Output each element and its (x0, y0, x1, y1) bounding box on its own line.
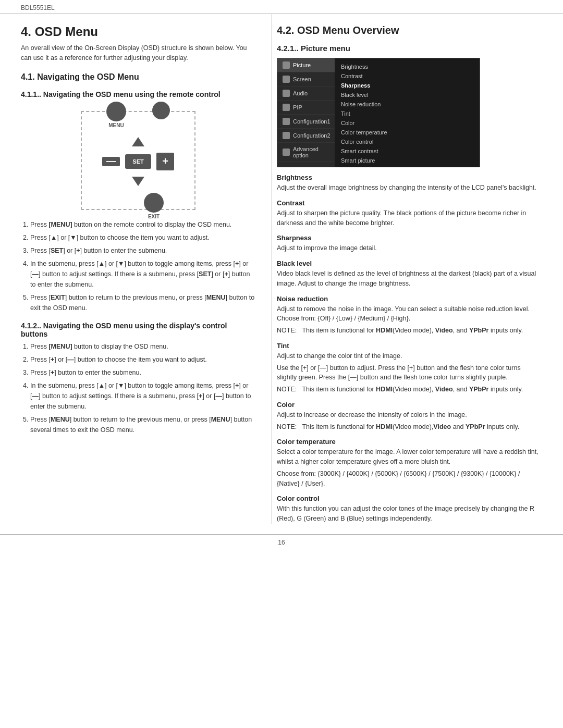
term-sharpness-heading: Sharpness (277, 234, 542, 242)
term-tint-heading: Tint (277, 342, 542, 350)
osd-right-panel: Brightness Contrast Sharpness Black leve… (335, 58, 480, 167)
term-color-control-heading: Color control (277, 495, 542, 502)
step-item: Press [MENU] button to display the OSD m… (30, 341, 255, 352)
set-label[interactable]: SET (125, 154, 151, 169)
term-color: Color Adjust to increase or decrease the… (277, 401, 542, 432)
plus-button[interactable]: + (156, 153, 174, 170)
term-noise-reduction-choose: Choose from: {Off} / {Low} / {Medium} / … (277, 314, 542, 324)
term-color-temp-body: Select a color temperature for the image… (277, 447, 542, 467)
step-item: In the submenu, press [▲] or [▼] button … (30, 380, 255, 412)
step-item: Press [SET] or [+] button to enter the s… (30, 245, 255, 256)
term-tint: Tint Adjust to change the color tint of … (277, 342, 542, 394)
term-tint-body: Adjust to change the color tint of the i… (277, 351, 542, 361)
subsection-4-1-2-title: 4.1.2.. Navigating the OSD menu using th… (21, 322, 255, 338)
osd-option-color-temp: Color temperature (341, 128, 473, 137)
term-noise-reduction: Noise reduction Adjust to remove the noi… (277, 295, 542, 336)
term-color-control-body: With this function you can adjust the co… (277, 504, 542, 524)
set-button[interactable]: SET (125, 154, 151, 169)
footer-bar: 16 (0, 534, 563, 550)
osd-screenshot: Picture Screen Audio PIP (277, 58, 480, 167)
header-bar: BDL5551EL (0, 0, 563, 14)
step-item: Press [MENU] button to return to the pre… (30, 414, 255, 435)
exit-label: EXIT (148, 214, 160, 219)
osd-option-sharpness: Sharpness (341, 81, 473, 90)
section-title-right: 4.2. OSD Menu Overview (277, 24, 542, 36)
up-arrow[interactable] (132, 137, 144, 146)
screen-icon (283, 76, 290, 83)
remote-diagram: MENU — SET (21, 102, 255, 219)
steps-4-1-2: Press [MENU] button to display the OSD m… (21, 341, 255, 435)
osd-option-noise-reduction: Noise reduction (341, 100, 473, 108)
extra-circle-button[interactable] (152, 102, 170, 119)
term-color-note: NOTE: This item is functional for HDMI(V… (277, 422, 542, 432)
minus-icon[interactable]: — (102, 157, 120, 166)
term-color-heading: Color (277, 401, 542, 409)
term-color-temp-heading: Color temperature (277, 438, 542, 446)
menu-button-group: MENU (106, 102, 126, 128)
pip-icon (283, 104, 290, 111)
osd-option-color-control: Color control (341, 138, 473, 146)
term-sharpness: Sharpness Adjust to improve the image de… (277, 234, 542, 253)
plus-icon[interactable]: + (156, 153, 174, 170)
model-number: BDL5551EL (21, 4, 55, 11)
term-black-level: Black level Video black level is defined… (277, 260, 542, 289)
section-title-left: 4. OSD Menu (21, 24, 255, 39)
page-number: 16 (278, 539, 285, 546)
remote-control-image: MENU — SET (81, 111, 195, 210)
menu-label: MENU (108, 122, 124, 128)
subsection-4-2-1-title: 4.2.1.. Picture menu (277, 44, 542, 53)
term-color-temp: Color temperature Select a color tempera… (277, 438, 542, 488)
config1-icon (283, 118, 290, 125)
term-tint-extra: Use the [+] or [—] button to adjust. Pre… (277, 363, 542, 383)
term-noise-reduction-note: NOTE: This item is functional for HDMI(V… (277, 326, 542, 336)
term-color-body: Adjust to increase or decrease the inten… (277, 410, 542, 420)
advanced-icon (283, 149, 290, 156)
term-color-temp-choose: Choose from: {3000K} / {4000K} / {5000K}… (277, 469, 542, 489)
left-column: 4. OSD Menu An overall view of the On-Sc… (21, 14, 271, 524)
menu-button[interactable] (106, 102, 126, 121)
down-arrow[interactable] (132, 177, 144, 186)
osd-option-tint: Tint (341, 109, 473, 118)
steps-4-1-1: Press [MENU] button on the remote contro… (21, 219, 255, 313)
exit-button-group: EXIT (144, 193, 164, 219)
remote-top-row: MENU (106, 102, 170, 128)
exit-row: EXIT (113, 193, 164, 219)
intro-text: An overall view of the On-Screen Display… (21, 43, 255, 63)
page: BDL5551EL 4. OSD Menu An overall view of… (0, 0, 563, 728)
minus-button[interactable]: — (102, 157, 120, 166)
osd-menu-item-config1: Configuration1 (277, 115, 335, 129)
step-item: Press [MENU] button on the remote contro… (30, 219, 255, 230)
osd-left-panel: Picture Screen Audio PIP (277, 58, 335, 167)
subsection-4-1-1-title: 4.1.1.. Navigating the OSD menu using th… (21, 90, 255, 98)
term-brightness: Brightness Adjust the overall image brig… (277, 174, 542, 193)
osd-option-brightness: Brightness (341, 63, 473, 71)
term-noise-reduction-heading: Noise reduction (277, 295, 542, 303)
term-contrast-body: Adjust to sharpen the picture quality. T… (277, 208, 542, 228)
osd-option-smart-picture: Smart picture (341, 156, 473, 165)
osd-menu-item-config2: Configuration2 (277, 129, 335, 143)
osd-option-color: Color (341, 119, 473, 127)
nav-cluster: — SET + (101, 132, 176, 191)
osd-menu-item-advanced: Advanced option (277, 143, 335, 162)
term-black-level-body: Video black level is defined as the leve… (277, 269, 542, 289)
term-brightness-body: Adjust the overall image brightness by c… (277, 183, 542, 193)
step-item: In the submenu, press [▲] or [▼] button … (30, 258, 255, 290)
osd-menu-item-picture: Picture (277, 58, 335, 72)
osd-menu-item-pip: PIP (277, 101, 335, 115)
exit-button[interactable] (144, 193, 164, 213)
step-item: Press [+] button to enter the submenu. (30, 367, 255, 378)
content-area: 4. OSD Menu An overall view of the On-Sc… (0, 14, 563, 524)
osd-option-smart-contrast: Smart contrast (341, 147, 473, 155)
osd-option-black-level: Black level (341, 91, 473, 99)
term-tint-note: NOTE: This item is functional for HDMI(V… (277, 385, 542, 394)
picture-icon (283, 61, 290, 69)
osd-option-contrast: Contrast (341, 72, 473, 80)
osd-menu-item-audio: Audio (277, 87, 335, 101)
osd-menu-item-screen: Screen (277, 72, 335, 87)
audio-icon (283, 90, 290, 97)
term-color-control: Color control With this function you can… (277, 495, 542, 524)
term-black-level-heading: Black level (277, 260, 542, 267)
term-noise-reduction-body: Adjust to remove the noise in the image.… (277, 304, 542, 314)
term-sharpness-body: Adjust to improve the image detail. (277, 243, 542, 253)
right-column: 4.2. OSD Menu Overview 4.2.1.. Picture m… (271, 14, 542, 524)
